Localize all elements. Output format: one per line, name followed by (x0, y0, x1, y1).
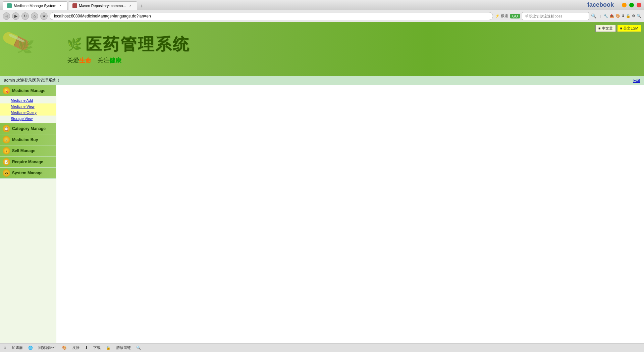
minimize-button[interactable] (622, 3, 627, 7)
tab-close-2[interactable]: × (128, 3, 133, 8)
subtitle-life: 生命 (79, 57, 91, 64)
forward-button[interactable]: ▶ (12, 12, 19, 20)
main-layout: 💊 Medicine Manage Medicine Add Medicine … (0, 85, 644, 343)
new-tab-button[interactable]: + (138, 2, 146, 10)
tab-label-2: Maven Repository: commo... (79, 4, 126, 8)
sidebar-label-category-manage: Category Manage (12, 126, 46, 131)
page-header: 💊 🌿 🌿 医药管理系统 关爱生命 关注健康 ■ 中文量 ■ 英文LSM (0, 22, 644, 76)
title-bar: Medicine Manage System × Maven Repositor… (0, 0, 644, 10)
sidebar-icon-category-manage: 📋 (3, 125, 10, 132)
toolbar-icon-2[interactable]: 📥 (609, 14, 614, 18)
sidebar-header-sell-manage[interactable]: 💰 Sell Manage (0, 145, 56, 156)
header-decoration: 💊 🌿 (0, 22, 60, 76)
tabs-area: Medicine Manage System × Maven Repositor… (3, 0, 585, 10)
lang-en-button[interactable]: ■ 英文LSM (617, 25, 641, 32)
refresh-button[interactable]: ↻ (21, 12, 29, 20)
sidebar-item-medicine-add[interactable]: Medicine Add (0, 97, 56, 103)
facebook-logo: facebook (587, 1, 614, 8)
sidebar-icon-medicine-buy: 🛒 (3, 136, 10, 143)
status-icon-6: 🔍 (136, 346, 141, 350)
sidebar-icon-require-manage: 📝 (3, 158, 10, 166)
page-content: 💊 🌿 🌿 医药管理系统 关爱生命 关注健康 ■ 中文量 ■ 英文LSM adm… (0, 22, 644, 343)
toolbar-icon-6[interactable]: ⚙ (632, 14, 635, 18)
tab-label-1: Medicine Manage System (14, 4, 56, 8)
subtitle-part1: 关爱 (67, 57, 79, 64)
sidebar-icon-medicine-manage: 💊 (3, 87, 10, 94)
window-controls: facebook (585, 1, 641, 8)
status-icon-4: ⬇ (85, 346, 88, 350)
maximize-button[interactable] (629, 3, 634, 7)
status-label-browser: 浏览器医生 (38, 345, 57, 350)
toolbar-right: | 🔧 📥 🎨 ⬇ 🔒 ⚙ 🔍 (598, 14, 641, 18)
sidebar: 💊 Medicine Manage Medicine Add Medicine … (0, 85, 56, 343)
home-button[interactable]: ⌂ (31, 12, 38, 20)
sidebar-header-category-manage[interactable]: 📋 Category Manage (0, 123, 56, 134)
subtitle-health: 健康 (109, 57, 121, 64)
status-label-accelerator: 加速器 (12, 345, 23, 350)
sidebar-label-require-manage: Require Manage (12, 160, 43, 164)
sidebar-item-medicine-query[interactable]: Medicine Query (0, 109, 56, 116)
content-area (56, 85, 644, 343)
bookmark-button[interactable]: ★ (40, 12, 48, 20)
close-button[interactable] (637, 3, 641, 7)
sidebar-section-category-manage: 📋 Category Manage (0, 123, 56, 134)
header-leaf-icon: 🌿 (67, 37, 82, 51)
welcome-bar: admin 欢迎登录医药管理系统！ Exit (0, 76, 644, 85)
tab-medicine-manage[interactable]: Medicine Manage System × (3, 1, 67, 10)
search-input[interactable] (522, 12, 589, 20)
tab-favicon-2 (72, 3, 77, 8)
search-icon-toolbar[interactable]: 🔍 (637, 14, 641, 18)
status-bar: 🖥 加速器 🌐 浏览器医生 🎨 皮肤 ⬇ 下载 🔒 清除疯迹 🔍 (0, 343, 644, 352)
toolbar-icon-4[interactable]: ⬇ (622, 14, 625, 18)
toolbar-icon-5[interactable]: 🔒 (626, 14, 631, 18)
sidebar-header-require-manage[interactable]: 📝 Require Manage (0, 157, 56, 167)
url-bar[interactable] (50, 12, 493, 20)
welcome-message: admin 欢迎登录医药管理系统！ (4, 78, 60, 83)
sidebar-label-system-manage: System Manage (12, 171, 43, 175)
search-button[interactable]: 🔍 (591, 13, 596, 18)
exit-link[interactable]: Exit (633, 78, 640, 83)
header-title-cn: 医药管理系统 (86, 34, 190, 55)
sidebar-icon-system-manage: ⚙ (3, 169, 10, 177)
tab-favicon-1 (7, 3, 12, 8)
toolbar-icon-3[interactable]: 🎨 (615, 14, 620, 18)
sidebar-items-medicine-manage: Medicine Add Medicine View Medicine Quer… (0, 96, 56, 123)
sidebar-item-medicine-view[interactable]: Medicine View (0, 103, 56, 109)
sidebar-section-sell-manage: 💰 Sell Manage (0, 145, 56, 157)
sidebar-header-medicine-manage[interactable]: 💊 Medicine Manage (0, 85, 56, 96)
accelerator-label: ⚡ 极速 (495, 13, 508, 18)
sidebar-section-system-manage: ⚙ System Manage (0, 168, 56, 179)
address-bar: ◀ ▶ ↻ ⌂ ★ ⚡ 极速 GO 🔍 | 🔧 📥 🎨 ⬇ 🔒 ⚙ 🔍 (0, 10, 644, 22)
sidebar-label-medicine-buy: Medicine Buy (12, 137, 38, 142)
sidebar-header-system-manage[interactable]: ⚙ System Manage (0, 168, 56, 178)
back-button[interactable]: ◀ (3, 12, 10, 20)
language-buttons: ■ 中文量 ■ 英文LSM (595, 25, 641, 32)
tab-maven[interactable]: Maven Repository: commo... × (68, 1, 137, 10)
sidebar-section-medicine-manage: 💊 Medicine Manage Medicine Add Medicine … (0, 85, 56, 123)
lang-cn-button[interactable]: ■ 中文量 (595, 25, 616, 32)
sidebar-icon-sell-manage: 💰 (3, 147, 10, 155)
status-label-download: 下载 (93, 345, 101, 350)
tab-close-1[interactable]: × (58, 3, 63, 8)
header-subtitle: 关爱生命 关注健康 (67, 56, 121, 64)
sidebar-label-medicine-manage: Medicine Manage (12, 88, 45, 93)
sidebar-label-sell-manage: Sell Manage (12, 148, 35, 153)
status-icon-1: 🖥 (3, 346, 6, 350)
header-logo: 🌿 医药管理系统 关爱生命 关注健康 (67, 34, 190, 64)
toolbar-icon-1[interactable]: 🔧 (603, 14, 608, 18)
status-label-clear: 清除疯迹 (116, 345, 131, 350)
sidebar-section-medicine-buy: 🛒 Medicine Buy (0, 134, 56, 145)
subtitle-part2: 关注 (91, 57, 109, 64)
leaf-decoration: 🌿 (15, 38, 35, 56)
status-icon-3: 🎨 (62, 346, 67, 350)
sidebar-section-require-manage: 📝 Require Manage (0, 157, 56, 168)
sidebar-item-storage-view[interactable]: Storage View (0, 116, 56, 122)
status-label-skin: 皮肤 (72, 345, 79, 350)
sidebar-header-medicine-buy[interactable]: 🛒 Medicine Buy (0, 134, 56, 145)
go-button[interactable]: GO (510, 14, 520, 18)
status-icon-5: 🔒 (106, 346, 111, 350)
status-icon-2: 🌐 (28, 346, 33, 350)
